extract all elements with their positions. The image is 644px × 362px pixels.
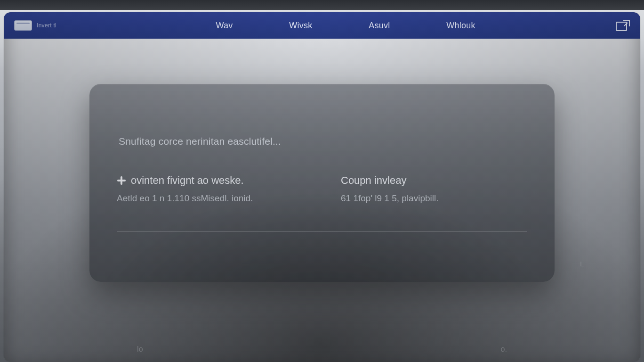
header-right [573, 20, 630, 31]
primary-nav: Wav Wivsk Asuvl Whlouk [118, 21, 573, 31]
col-left-sub: Aetld eo 1 n 1.110 ssMisedl. ionid. [117, 193, 303, 204]
sparkle-icon [117, 176, 126, 185]
header-left: Invert tl [14, 20, 118, 31]
status-card: Snufitag corce nerinitan easclutifel... … [89, 84, 555, 282]
app-logo-icon [14, 20, 32, 31]
page-indicator: lo o. [137, 345, 507, 354]
brand-label: Invert tl [37, 22, 56, 29]
nav-item-3[interactable]: Asuvl [369, 21, 390, 31]
app-header: Invert tl Wav Wivsk Asuvl Whlouk [4, 12, 640, 39]
status-columns: ovinten fivignt ao weske. Aetld eo 1 n 1… [117, 174, 527, 204]
col-left-title: ovinten fivignt ao weske. [131, 174, 244, 187]
card-divider [117, 231, 527, 231]
pager-right: o. [501, 345, 507, 354]
nav-item-2[interactable]: Wivsk [289, 21, 312, 31]
col-right-title: Coupn invleay [341, 174, 527, 187]
col-right-sub: 61 1fop' l9 1 5, plavipbill. [341, 193, 527, 204]
nav-item-1[interactable]: Wav [216, 21, 233, 31]
device-bezel [0, 0, 644, 10]
status-text: Snufitag corce nerinitan easclutifel... [119, 136, 527, 147]
floating-glyph: L [580, 260, 584, 268]
nav-item-4[interactable]: Whlouk [446, 21, 475, 31]
status-col-left: ovinten fivignt ao weske. Aetld eo 1 n 1… [117, 174, 303, 204]
col-left-title-row: ovinten fivignt ao weske. [117, 174, 303, 187]
app-window: Invert tl Wav Wivsk Asuvl Whlouk Snufita… [4, 12, 640, 362]
open-external-icon[interactable] [616, 20, 630, 31]
pager-left: lo [137, 345, 143, 354]
status-col-right: Coupn invleay 61 1fop' l9 1 5, plavipbil… [341, 174, 527, 204]
